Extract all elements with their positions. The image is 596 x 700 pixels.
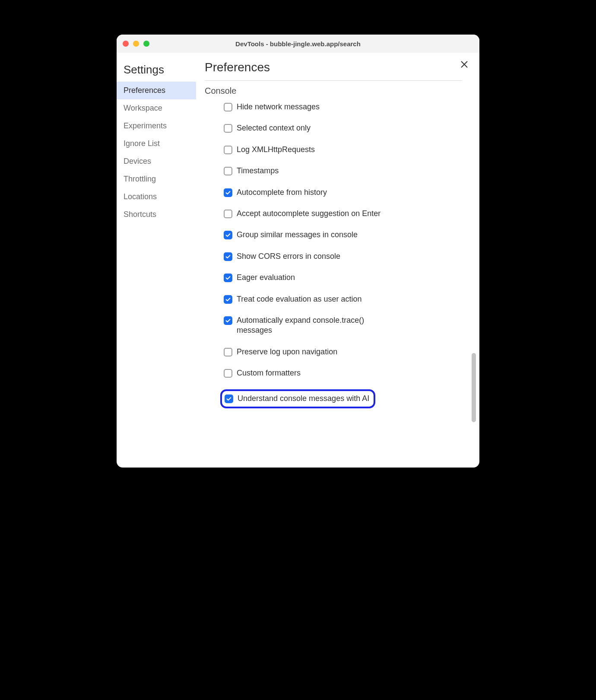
scrollbar-thumb[interactable] [472,353,476,422]
sidebar-item-label: Ignore List [124,139,160,148]
sidebar-item-label: Preferences [124,86,165,95]
titlebar: DevTools - bubble-jingle.web.app/search [117,35,479,53]
sidebar-item-label: Shortcuts [124,210,156,219]
checkbox-selected-context-only[interactable] [224,124,232,133]
setting-row: Log XMLHttpRequests [224,145,462,155]
settings-sidebar: Settings PreferencesWorkspaceExperiments… [117,53,198,468]
setting-label: Accept autocomplete suggestion on Enter [237,209,380,219]
setting-label: Treat code evaluation as user action [237,294,362,304]
setting-label: Automatically expand console.trace() mes… [237,315,388,336]
setting-label: Hide network messages [237,102,320,112]
checkbox-preserve-log-upon-navigation[interactable] [224,348,232,356]
setting-label: Understand console messages with AI [238,394,369,404]
checkbox-hide-network-messages[interactable] [224,103,232,111]
preferences-title: Preferences [205,60,462,81]
devtools-window: DevTools - bubble-jingle.web.app/search … [117,35,479,468]
check-icon [225,232,231,238]
sidebar-item-preferences[interactable]: Preferences [117,82,196,99]
checkbox-accept-autocomplete-suggestion-on-enter[interactable] [224,210,232,218]
checkbox-timestamps[interactable] [224,167,232,175]
checkbox-custom-formatters[interactable] [224,369,232,378]
traffic-lights [123,41,149,47]
sidebar-item-label: Locations [124,192,157,201]
setting-label: Autocomplete from history [237,188,327,197]
setting-row: Treat code evaluation as user action [224,294,462,304]
setting-row: Automatically expand console.trace() mes… [224,315,462,336]
setting-row: Custom formatters [224,368,462,378]
checkbox-group-similar-messages-in-console[interactable] [224,231,232,239]
check-icon [225,296,231,302]
setting-label: Selected context only [237,123,311,133]
checkbox-log-xmlhttprequests[interactable] [224,146,232,154]
sidebar-title: Settings [117,60,198,82]
sidebar-item-label: Experiments [124,121,167,130]
setting-row: Autocomplete from history [224,188,462,197]
window-title: DevTools - bubble-jingle.web.app/search [117,40,479,48]
sidebar-item-locations[interactable]: Locations [117,188,196,206]
setting-row: Eager evaluation [224,273,462,283]
sidebar-item-label: Throttling [124,175,156,183]
sidebar-item-shortcuts[interactable]: Shortcuts [117,206,196,223]
window-close-icon[interactable] [123,41,129,47]
settings-content: Settings PreferencesWorkspaceExperiments… [117,53,479,468]
settings-main: Preferences Console Hide network message… [198,53,479,468]
setting-label: Preserve log upon navigation [237,347,337,357]
sidebar-item-label: Workspace [124,104,162,112]
setting-label: Group similar messages in console [237,230,358,240]
checkbox-understand-console-messages-with-ai[interactable] [225,395,233,403]
sidebar-item-label: Devices [124,157,151,165]
window-maximize-icon[interactable] [143,41,149,47]
setting-row: Accept autocomplete suggestion on Enter [224,209,462,219]
setting-label: Log XMLHttpRequests [237,145,315,155]
sidebar-item-devices[interactable]: Devices [117,153,196,170]
sidebar-item-experiments[interactable]: Experiments [117,117,196,135]
checkbox-autocomplete-from-history[interactable] [224,188,232,197]
setting-label: Custom formatters [237,368,301,378]
sidebar-item-workspace[interactable]: Workspace [117,99,196,117]
setting-row: Timestamps [224,166,462,176]
window-minimize-icon[interactable] [133,41,139,47]
setting-label: Timestamps [237,166,279,176]
setting-row: Understand console messages with AI [220,389,375,408]
checkbox-treat-code-evaluation-as-user-action[interactable] [224,295,232,304]
section-title-console: Console [205,86,462,96]
setting-row: Preserve log upon navigation [224,347,462,357]
sidebar-item-throttling[interactable]: Throttling [117,170,196,188]
check-icon [225,318,231,324]
checkbox-eager-evaluation[interactable] [224,274,232,282]
scrollbar-track[interactable] [471,83,476,461]
check-icon [225,190,231,196]
setting-row: Group similar messages in console [224,230,462,240]
checkbox-automatically-expand-console-trace-messages[interactable] [224,316,232,325]
setting-row: Show CORS errors in console [224,251,462,261]
check-icon [226,396,232,402]
setting-row: Selected context only [224,123,462,133]
check-icon [225,254,231,260]
sidebar-item-ignore-list[interactable]: Ignore List [117,135,196,153]
setting-label: Eager evaluation [237,273,295,283]
check-icon [225,275,231,281]
setting-row: Hide network messages [224,102,462,112]
setting-label: Show CORS errors in console [237,251,340,261]
checkbox-show-cors-errors-in-console[interactable] [224,252,232,261]
